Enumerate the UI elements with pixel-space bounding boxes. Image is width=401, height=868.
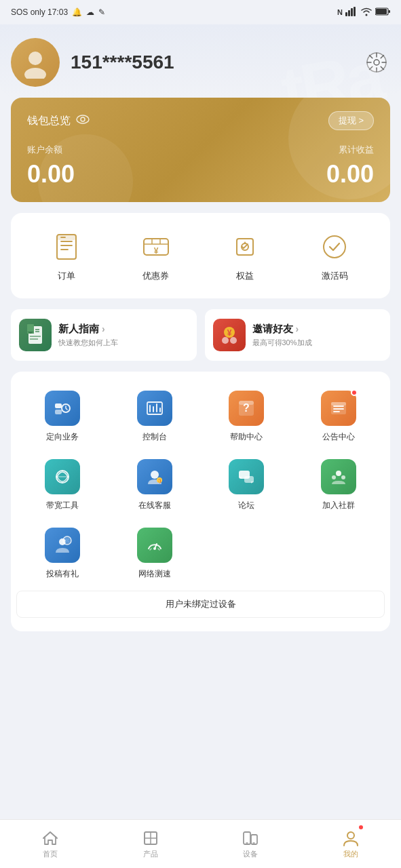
nav-device[interactable]: 设备 xyxy=(201,820,301,868)
status-bar: SOS only 17:03 🔔 ☁ ✎ N xyxy=(0,0,401,24)
banner-invite[interactable]: ¥ 邀请好友 › 最高可得30%加成 xyxy=(205,309,391,361)
activate-label: 激活码 xyxy=(322,270,348,282)
order-label: 订单 xyxy=(58,270,75,282)
forum-label: 论坛 xyxy=(238,500,254,511)
svg-line-77 xyxy=(150,549,151,550)
customer-icon: :) xyxy=(137,459,172,494)
svg-text:¥: ¥ xyxy=(227,328,231,338)
help-icon: ? xyxy=(229,391,264,426)
earnings-block: 累计收益 0.00 xyxy=(201,144,375,189)
status-left: SOS only 17:03 🔔 ☁ ✎ xyxy=(11,7,105,17)
wifi-icon xyxy=(360,7,373,18)
invite-icon: ¥ xyxy=(213,319,246,351)
nav-mine[interactable]: 我的 xyxy=(301,820,401,868)
svg-point-71 xyxy=(332,475,336,479)
contribute-icon xyxy=(45,528,80,563)
menu-item-activate[interactable]: 激活码 xyxy=(317,229,352,282)
benefits-icon xyxy=(227,229,263,264)
menu-item-coupon[interactable]: ¥ 优惠券 xyxy=(138,229,174,282)
wallet-title-text: 钱包总览 xyxy=(27,114,71,128)
cloud-icon: ☁ xyxy=(86,7,94,17)
svg-rect-1 xyxy=(348,10,350,16)
toast-message: 用户未绑定过设备 xyxy=(16,591,385,618)
service-forum[interactable]: 论坛 xyxy=(201,454,293,517)
svg-rect-47 xyxy=(55,403,62,408)
wallet-header: 钱包总览 提现 > xyxy=(27,111,374,130)
service-row-1: 定向业务 控制台 ? xyxy=(16,385,385,448)
directional-icon xyxy=(45,391,80,426)
svg-text::): :) xyxy=(157,478,161,484)
forum-icon xyxy=(229,459,264,494)
benefits-label: 权益 xyxy=(236,270,254,282)
svg-rect-3 xyxy=(354,7,356,16)
activate-icon xyxy=(317,229,352,264)
earnings-value: 0.00 xyxy=(201,160,375,189)
service-contribute[interactable]: 投稿有礼 xyxy=(16,522,109,585)
nav-product[interactable]: 产品 xyxy=(100,820,201,868)
service-console[interactable]: 控制台 xyxy=(109,385,201,448)
svg-point-35 xyxy=(324,236,345,258)
newuser-text: 新人指南 › 快速教您如何上车 xyxy=(58,323,189,348)
svg-point-9 xyxy=(24,68,46,79)
banner-row: 新人指南 › 快速教您如何上车 ¥ 邀请好友 › xyxy=(11,309,390,361)
avatar[interactable] xyxy=(11,38,60,87)
svg-rect-7 xyxy=(389,10,391,13)
nav-home[interactable]: 首页 xyxy=(0,820,100,868)
svg-point-8 xyxy=(28,52,42,65)
svg-rect-26 xyxy=(57,235,76,240)
invite-subtitle: 最高可得30%加成 xyxy=(252,338,383,348)
service-community[interactable]: 加入社群 xyxy=(292,454,385,517)
earnings-label: 累计收益 xyxy=(201,144,375,156)
battery-icon xyxy=(375,7,390,18)
console-label: 控制台 xyxy=(142,431,167,443)
balance-label: 账户余额 xyxy=(27,144,201,156)
svg-rect-0 xyxy=(345,12,347,16)
svg-rect-57 xyxy=(239,401,254,405)
profile-left: 151****5561 xyxy=(11,38,174,87)
svg-point-4 xyxy=(366,14,368,16)
home-icon xyxy=(41,829,59,847)
coupon-icon: ¥ xyxy=(138,229,174,264)
eye-icon[interactable] xyxy=(76,115,90,127)
newuser-title: 新人指南 › xyxy=(58,323,189,336)
service-announcement[interactable]: 公告中心 xyxy=(292,385,385,448)
nav-device-label: 设备 xyxy=(243,849,258,859)
service-help[interactable]: ? 帮助中心 xyxy=(201,385,293,448)
speedtest-icon xyxy=(137,528,172,563)
product-icon xyxy=(142,829,159,847)
announcement-icon xyxy=(321,391,356,426)
svg-point-76 xyxy=(153,547,156,550)
service-bandwidth[interactable]: 带宽工具 xyxy=(16,454,109,517)
svg-point-70 xyxy=(336,471,341,476)
svg-point-21 xyxy=(81,117,85,121)
svg-point-45 xyxy=(222,337,229,344)
banner-newuser[interactable]: 新人指南 › 快速教您如何上车 xyxy=(11,309,197,361)
bell-icon: 🔔 xyxy=(72,7,82,17)
svg-rect-2 xyxy=(351,8,353,16)
invite-text: 邀请好友 › 最高可得30%加成 xyxy=(252,323,383,348)
svg-rect-62 xyxy=(331,402,346,406)
mine-icon xyxy=(342,829,360,847)
bandwidth-icon xyxy=(45,459,80,494)
withdraw-button[interactable]: 提现 > xyxy=(328,111,374,130)
community-label: 加入社群 xyxy=(322,500,355,511)
service-speedtest[interactable]: 网络测速 xyxy=(109,522,201,585)
settings-button[interactable] xyxy=(363,49,390,76)
edit-icon: ✎ xyxy=(98,7,105,17)
wallet-title: 钱包总览 xyxy=(27,114,90,128)
chevron-icon2: › xyxy=(296,323,299,334)
svg-rect-6 xyxy=(376,9,387,14)
profile-section: tRa 151****5561 xyxy=(0,24,401,98)
svg-rect-48 xyxy=(55,410,62,414)
wallet-amounts: 账户余额 0.00 累计收益 0.00 xyxy=(27,144,374,189)
menu-item-order[interactable]: 订单 xyxy=(49,229,84,282)
service-directional[interactable]: 定向业务 xyxy=(16,385,109,448)
svg-point-72 xyxy=(341,475,345,479)
service-customer[interactable]: :) 在线客服 xyxy=(109,454,201,517)
nav-home-label: 首页 xyxy=(43,849,58,859)
speedtest-label: 网络测速 xyxy=(138,568,171,580)
main-content: 钱包总览 提现 > 账户余额 0.00 累计收益 0.00 xyxy=(0,98,401,710)
svg-point-84 xyxy=(347,832,354,839)
menu-item-benefits[interactable]: 权益 xyxy=(227,229,263,282)
chevron-icon: › xyxy=(102,323,105,334)
